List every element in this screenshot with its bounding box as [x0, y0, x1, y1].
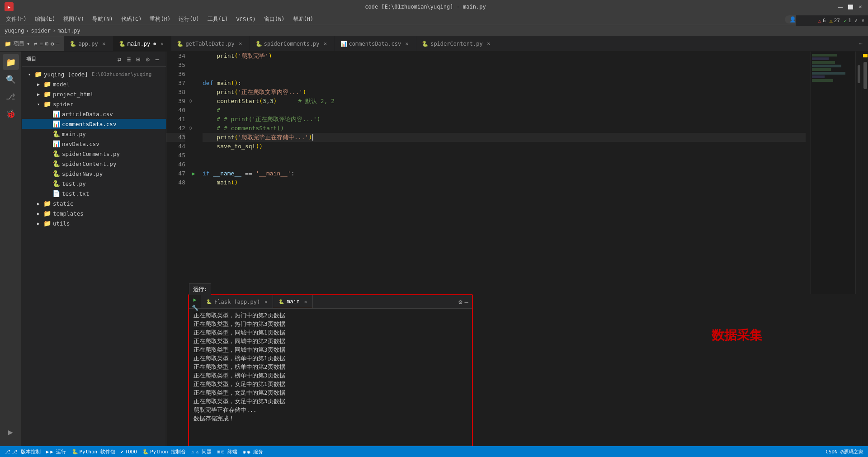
status-vcs[interactable]: ⎇ ⎇ 版本控制 — [5, 448, 41, 455]
tab-mainpy[interactable]: 🐍 main.py ● ✕ — [113, 36, 172, 51]
tree-spidercomments[interactable]: 🐍 spiderComments.py — [22, 149, 166, 159]
menu-edit[interactable]: 编辑(E) — [31, 14, 59, 24]
gutter-44-empty — [189, 142, 198, 151]
tab-apppy[interactable]: 🐍 app.py ✕ — [64, 36, 113, 51]
breadcrumb-yuqing[interactable]: yuqing — [5, 28, 24, 34]
tree-spidercontent[interactable]: 🐍 spiderContent.py — [22, 159, 166, 169]
tree-spidernav[interactable]: 🐍 spiderNav.py — [22, 169, 166, 179]
tab-close-mainpy[interactable]: ✕ — [158, 40, 165, 47]
tab-close-gettabledata[interactable]: ✕ — [237, 40, 244, 47]
file-panel-header: 项目 ⇄ ≡ ⊞ ⚙ — — [22, 52, 166, 67]
line-num-44: 44 — [166, 142, 185, 151]
output-line-1: 正在爬取类型，同城中的第1页数据 — [193, 328, 467, 337]
tab-actions: ⋯ — [854, 36, 868, 51]
tab-bar: 📁 项目 ▾ ⇄ ≡ ⊞ ⚙ — 🐍 app.py ✕ 🐍 main.py ● … — [0, 36, 868, 52]
menu-tools[interactable]: 工具(L) — [204, 14, 232, 24]
layout-icon[interactable]: ⊞ — [134, 55, 142, 63]
testtxt-label: test.txt — [62, 190, 89, 197]
tree-testpy[interactable]: 🐍 test.py — [22, 179, 166, 188]
tab-close-commentsdata[interactable]: ✕ — [403, 40, 410, 47]
menu-refactor[interactable]: 重构(R) — [146, 14, 174, 24]
python-icon: 🐍 — [177, 41, 183, 47]
tree-mainpy[interactable]: 🐍 main.py — [22, 129, 166, 139]
menu-file[interactable]: 文件(F) — [2, 14, 30, 24]
menu-help[interactable]: 帮助(H) — [289, 14, 317, 24]
menu-code[interactable]: 代码(C) — [118, 14, 146, 24]
tree-testtxt[interactable]: 📄 test.txt — [22, 188, 166, 198]
close-button[interactable]: ✕ — [857, 4, 863, 10]
tree-static[interactable]: ▶ 📁 static — [22, 198, 166, 208]
sync-icon[interactable]: ⇄ — [115, 55, 123, 63]
status-todo[interactable]: ✔ TODO — [121, 449, 137, 455]
project-html-arrow: ▶ — [35, 92, 42, 97]
tree-project-html[interactable]: ▶ 📁 project_html — [22, 89, 166, 99]
python-pkg-label: Python 软件包 — [80, 448, 115, 455]
tree-articledata[interactable]: 📊 articleData.csv — [22, 109, 166, 119]
tree-commentsdata[interactable]: 📊 commentsData.csv — [22, 119, 166, 129]
activity-vcs[interactable]: ⎇ — [3, 88, 19, 104]
tab-action-btn[interactable]: ⋯ — [856, 39, 866, 49]
tab-spidercomments[interactable]: 🐍 spiderComments.py ✕ — [250, 36, 335, 51]
vcs-icon: ⎇ — [5, 449, 10, 455]
tab-spidercontent[interactable]: 🐍 spiderContent.py ✕ — [416, 36, 498, 51]
breadcrumb-spider[interactable]: spider — [31, 28, 51, 34]
main-tab-close[interactable]: ✕ — [304, 299, 307, 304]
menu-view[interactable]: 视图(V) — [60, 14, 88, 24]
hide-icon[interactable]: — — [153, 55, 161, 63]
line-num-37: 37 — [166, 79, 185, 88]
tab-close-spidercomments[interactable]: ✕ — [322, 40, 329, 47]
gutter-41-empty — [189, 115, 198, 124]
tab-close-apppy[interactable]: ✕ — [100, 40, 108, 47]
activity-bar: 📁 🔍 ⎇ 🐞 ▶ ⚙ — [0, 52, 22, 457]
status-python-console[interactable]: 🐍 Python 控制台 — [142, 448, 186, 455]
run-tab-main[interactable]: 🐍 main ✕ — [273, 295, 313, 308]
activity-search[interactable]: 🔍 — [3, 71, 19, 87]
status-terminal[interactable]: ⊞ ⊞ 终端 — [217, 448, 237, 455]
code-editor[interactable]: print('爬取完毕') def main(): print('正在爬取文章内… — [198, 52, 810, 294]
vcs-label: ⎇ 版本控制 — [12, 448, 41, 455]
gutter-45-empty — [189, 151, 198, 160]
right-scrollbar[interactable] — [862, 52, 868, 457]
status-python-pkg[interactable]: 🐍 Python 软件包 — [72, 448, 115, 455]
tree-spider[interactable]: ▾ 📁 spider — [22, 99, 166, 109]
tree-root[interactable]: ▾ 📁 yuqing [code] E:\01zhuomian\yuqing — [22, 69, 166, 79]
tree-model[interactable]: ▶ 📁 model — [22, 79, 166, 89]
tab-close-spidercontent[interactable]: ✕ — [485, 40, 492, 47]
menu-vcs[interactable]: VCS(S) — [233, 15, 259, 24]
project-panel-tab[interactable]: 📁 项目 ▾ ⇄ ≡ ⊞ ⚙ — — [0, 36, 64, 51]
python-icon: 🐍 — [70, 41, 76, 47]
flask-tab-close[interactable]: ✕ — [264, 299, 267, 304]
tree-templates[interactable]: ▶ 📁 templates — [22, 208, 166, 218]
activity-debug[interactable]: 🐞 — [3, 105, 19, 122]
menu-run[interactable]: 运行(U) — [175, 14, 203, 24]
status-services[interactable]: ◉ ◉ 服务 — [243, 448, 263, 455]
breadcrumb-mainpy[interactable]: main.py — [57, 28, 80, 34]
status-problems[interactable]: ⚠ ⚠ 问题 — [191, 448, 212, 455]
collapse-icon[interactable]: ≡ — [125, 55, 133, 63]
output-line-2: 正在爬取类型，同城中的第2页数据 — [193, 337, 467, 345]
tree-navdata[interactable]: 📊 navData.csv — [22, 139, 166, 149]
activity-run-configs[interactable]: ▶ — [3, 424, 19, 440]
activity-explorer[interactable]: 📁 — [3, 54, 19, 70]
editor-scrollbar[interactable] — [855, 52, 862, 294]
settings-icon[interactable]: ⚙ — [144, 55, 152, 63]
flask-icon: 🐍 — [206, 299, 212, 304]
maximize-button[interactable]: ⬜ — [847, 4, 854, 10]
run-tab-flask[interactable]: 🐍 Flask (app.py) ✕ — [201, 295, 273, 308]
run-play-icon[interactable]: ▶ — [191, 297, 199, 303]
run-minimize-icon[interactable]: — — [465, 298, 468, 306]
tab-gettabledata[interactable]: 🐍 getTableData.py ✕ — [171, 36, 250, 51]
mainpy-label: main.py — [62, 131, 86, 137]
tab-commentsdata[interactable]: 📊 commentsData.csv ✕ — [335, 36, 417, 51]
minimize-button[interactable]: — — [837, 4, 844, 10]
menu-window[interactable]: 窗口(W) — [260, 14, 288, 24]
root-path: E:\01zhuomian\yuqing — [92, 71, 151, 77]
run-settings-icon[interactable]: ⚙ — [458, 298, 462, 306]
status-right: CSDN @源码之家 — [826, 448, 863, 455]
status-run[interactable]: ▶ ▶ 运行 — [46, 448, 66, 455]
tree-utils[interactable]: ▶ 📁 utils — [22, 218, 166, 228]
run-arrow-47[interactable]: ▶ — [189, 169, 198, 178]
menu-navigate[interactable]: 导航(N) — [89, 14, 117, 24]
commentsdata-icon: 📊 — [52, 120, 60, 127]
project-html-icon: 📁 — [43, 90, 51, 98]
